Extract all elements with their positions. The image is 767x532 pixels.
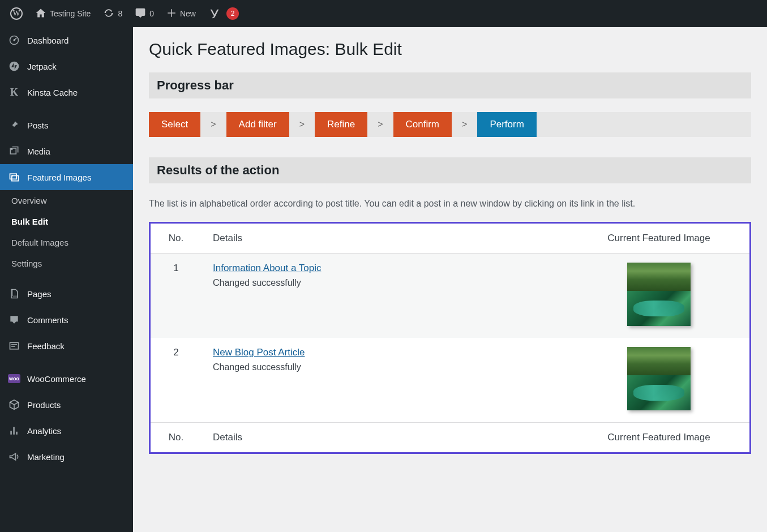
sidebar-item-posts[interactable]: Posts: [0, 112, 133, 138]
step-perform[interactable]: Perform: [477, 112, 536, 137]
col-header-no: No.: [151, 224, 202, 254]
comment-icon: [135, 7, 146, 20]
sidebar-item-media[interactable]: Media: [0, 138, 133, 164]
site-link[interactable]: Testing Site: [31, 0, 95, 27]
pages-icon: [8, 288, 20, 300]
result-row: 1 Information About a Topic Changed succ…: [151, 254, 749, 338]
results-table: No. Details Current Featured Image 1 Inf…: [151, 224, 749, 452]
admin-sidebar: Dashboard Jetpack K Kinsta Cache Posts M…: [0, 27, 133, 532]
menu-label: Analytics: [27, 426, 61, 436]
submenu-bulk-edit[interactable]: Bulk Edit: [0, 211, 133, 232]
new-label: New: [180, 9, 196, 18]
post-status: Changed successfully: [213, 362, 301, 372]
menu-label: Feedback: [27, 341, 65, 351]
results-heading: Results of the action: [149, 157, 751, 183]
main-content: Quick Featured Images: Bulk Edit Progres…: [133, 27, 767, 532]
sidebar-item-analytics[interactable]: Analytics: [0, 418, 133, 444]
updates-link[interactable]: 8: [98, 0, 127, 27]
step-separator: >: [374, 119, 386, 130]
media-icon: [8, 145, 20, 157]
svg-point-5: [11, 175, 13, 177]
menu-label: Marketing: [27, 452, 65, 462]
featured-image-thumbnail: [627, 263, 691, 326]
menu-label: WooCommerce: [27, 374, 86, 384]
submenu-default-images[interactable]: Default Images: [0, 232, 133, 253]
sidebar-item-products[interactable]: Products: [0, 392, 133, 418]
result-row: 2 New Blog Post Article Changed successf…: [151, 338, 749, 423]
submenu-settings[interactable]: Settings: [0, 253, 133, 274]
featured-image-thumbnail: [627, 347, 691, 410]
yoast-badge: 2: [226, 7, 239, 20]
woocommerce-icon: woo: [8, 372, 20, 385]
svg-rect-3: [10, 174, 17, 179]
dashboard-icon: [8, 34, 20, 46]
step-select[interactable]: Select: [149, 112, 200, 137]
menu-label: Products: [27, 400, 61, 410]
sidebar-item-comments[interactable]: Comments: [0, 307, 133, 333]
step-confirm[interactable]: Confirm: [393, 112, 452, 137]
kinsta-icon: K: [8, 86, 20, 98]
analytics-icon: [8, 424, 20, 437]
step-add-filter[interactable]: Add filter: [226, 112, 289, 137]
progress-steps: Select > Add filter > Refine > Confirm >…: [149, 112, 751, 137]
sidebar-item-pages[interactable]: Pages: [0, 281, 133, 307]
row-number: 1: [151, 254, 202, 338]
updates-icon: [103, 7, 114, 20]
marketing-icon: [8, 451, 20, 463]
menu-label: Posts: [27, 121, 49, 130]
post-link[interactable]: Information About a Topic: [213, 263, 322, 274]
page-title: Quick Featured Images: Bulk Edit: [149, 40, 751, 59]
row-number: 2: [151, 338, 202, 423]
svg-point-2: [10, 62, 19, 71]
sidebar-item-marketing[interactable]: Marketing: [0, 444, 133, 470]
menu-label: Jetpack: [27, 62, 57, 71]
home-icon: [35, 7, 46, 20]
step-refine[interactable]: Refine: [315, 112, 367, 137]
menu-label: Comments: [27, 315, 68, 325]
yoast-icon: [208, 7, 221, 20]
sidebar-item-jetpack[interactable]: Jetpack: [0, 53, 133, 79]
col-header-details: Details: [202, 224, 568, 254]
svg-rect-4: [12, 176, 19, 181]
post-link[interactable]: New Blog Post Article: [213, 347, 305, 358]
new-content-link[interactable]: New: [162, 0, 200, 27]
sidebar-item-feedback[interactable]: Feedback: [0, 333, 133, 359]
menu-label: Pages: [27, 289, 52, 299]
wordpress-logo[interactable]: W: [6, 0, 27, 27]
col-header-image: Current Featured Image: [568, 224, 749, 254]
comments-link[interactable]: 0: [130, 0, 158, 27]
sidebar-item-kinsta[interactable]: K Kinsta Cache: [0, 79, 133, 105]
wp-icon: W: [10, 7, 23, 20]
col-footer-details: Details: [202, 423, 568, 453]
comments-icon: [8, 314, 20, 326]
step-separator: >: [296, 119, 308, 130]
submenu-overview[interactable]: Overview: [0, 190, 133, 211]
menu-label: Dashboard: [27, 36, 68, 45]
featured-images-icon: [8, 171, 20, 183]
col-footer-image: Current Featured Image: [568, 423, 749, 453]
products-icon: [8, 398, 20, 411]
updates-count: 8: [118, 9, 122, 18]
site-name: Testing Site: [50, 9, 91, 18]
menu-label: Featured Images: [27, 173, 91, 182]
yoast-link[interactable]: 2: [204, 0, 243, 27]
comments-count: 0: [149, 9, 154, 18]
sidebar-item-featured-images[interactable]: Featured Images: [0, 164, 133, 190]
plus-icon: [166, 8, 177, 20]
results-table-container: No. Details Current Featured Image 1 Inf…: [149, 222, 751, 454]
col-footer-no: No.: [151, 423, 202, 453]
post-status: Changed successfully: [213, 278, 301, 288]
step-separator: >: [207, 119, 219, 130]
sidebar-item-dashboard[interactable]: Dashboard: [0, 27, 133, 53]
svg-point-1: [13, 39, 15, 41]
progress-bar-heading: Progress bar: [149, 72, 751, 98]
menu-label: Kinsta Cache: [27, 88, 78, 97]
step-separator: >: [459, 119, 470, 130]
sidebar-item-woocommerce[interactable]: woo WooCommerce: [0, 366, 133, 392]
jetpack-icon: [8, 60, 20, 72]
results-description: The list is in alphabetical order accord…: [149, 197, 751, 211]
feedback-icon: [8, 340, 20, 352]
admin-toolbar: W Testing Site 8 0 New 2: [0, 0, 767, 27]
pin-icon: [8, 119, 20, 131]
menu-label: Media: [27, 147, 50, 156]
